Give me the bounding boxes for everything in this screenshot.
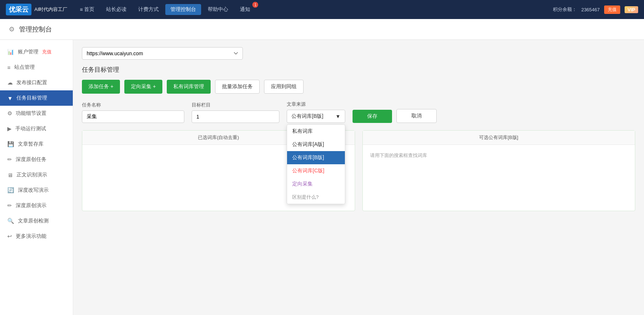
page-header: ⚙ 管理控制台 xyxy=(0,19,644,40)
task-form-row: 任务名称 目标栏目 文章来源 公有词库[B版] ▼ 私有词库 公有词库[A版] … xyxy=(82,101,635,123)
sidebar-item-rewrite-demo[interactable]: 🔄 深度改写演示 xyxy=(0,183,73,198)
sidebar-item-original[interactable]: ✏ 深度原创任务 xyxy=(0,152,73,167)
gear-icon: ⚙ xyxy=(7,110,12,117)
sidebar-item-check-demo[interactable]: 🔍 文章原创检测 xyxy=(0,213,73,229)
sidebar-label-more: 更多演示功能 xyxy=(16,233,46,240)
sidebar-item-more-demo[interactable]: ↩ 更多演示功能 xyxy=(0,229,73,244)
edit-icon: ✏ xyxy=(7,156,12,163)
filter-icon: ▼ xyxy=(7,95,13,101)
monitor-icon: 🖥 xyxy=(7,172,13,178)
save-button[interactable]: 保存 xyxy=(353,110,392,123)
sidebar-label-manual: 手动运行测试 xyxy=(15,125,46,132)
nav-must-read[interactable]: 站长必读 xyxy=(101,4,132,15)
sidebar: 📊 账户管理 充值 ≡ 站点管理 ☁ 发布接口配置 ▼ 任务目标管理 ⚙ 功能细… xyxy=(0,40,73,315)
target-col-input[interactable] xyxy=(192,110,279,123)
page-body: 📊 账户管理 充值 ≡ 站点管理 ☁ 发布接口配置 ▼ 任务目标管理 ⚙ 功能细… xyxy=(0,40,644,315)
cloud-icon: ☁ xyxy=(7,79,13,86)
available-library-panel: 可选公有词库[B版] 请用下面的搜索框查找词库 xyxy=(362,130,636,211)
logo-icon: 优采云 xyxy=(6,4,31,15)
nav-notification[interactable]: 通知 1 xyxy=(235,4,255,15)
notification-badge-count: 1 xyxy=(252,2,258,8)
dropdown-option-pubB[interactable]: 公有词库[B版] xyxy=(287,151,345,164)
available-panel-header: 可选公有词库[B版] xyxy=(363,131,635,145)
directed-collect-button[interactable]: 定向采集 + xyxy=(124,80,162,94)
nav-dashboard[interactable]: 管理控制台 xyxy=(165,4,201,15)
sidebar-item-publish[interactable]: ☁ 发布接口配置 xyxy=(0,75,73,90)
source-dropdown-menu: 私有词库 公有词库[A版] 公有词库[B版] 公有词库[C版] 定向采集 区别是… xyxy=(287,124,345,204)
sidebar-label-original-demo: 深度原创演示 xyxy=(16,202,46,209)
nav-pricing[interactable]: 计费方式 xyxy=(133,4,164,15)
section-title: 任务目标管理 xyxy=(82,65,635,74)
pen-icon: ✏ xyxy=(7,202,12,209)
sidebar-label-sites: 站点管理 xyxy=(14,64,35,71)
main-content: https://www.ucaiyun.com 任务目标管理 添加任务 + 定向… xyxy=(73,40,644,315)
play-icon: ▶ xyxy=(7,125,12,132)
refresh-icon: 🔄 xyxy=(7,187,14,194)
sidebar-item-settings[interactable]: ⚙ 功能细节设置 xyxy=(0,106,73,121)
dropdown-option-pubA[interactable]: 公有词库[A版] xyxy=(287,138,345,151)
sidebar-item-ocr-demo[interactable]: 🖥 正文识别演示 xyxy=(0,167,73,183)
save-cancel-group: 保存 取消 xyxy=(353,109,437,123)
add-task-button[interactable]: 添加任务 + xyxy=(82,80,120,94)
sidebar-item-sites[interactable]: ≡ 站点管理 xyxy=(0,60,73,75)
tagline: AI时代内容工厂 xyxy=(34,6,67,13)
action-buttons: 添加任务 + 定向采集 + 私有词库管理 批量添加任务 应用到同组 xyxy=(82,80,635,94)
logo-area: 优采云 AI时代内容工厂 xyxy=(6,4,67,15)
sidebar-label-drafts: 文章暂存库 xyxy=(18,141,44,147)
sidebar-item-tasks[interactable]: ▼ 任务目标管理 xyxy=(0,90,73,106)
source-select-wrap: 文章来源 公有词库[B版] ▼ 私有词库 公有词库[A版] 公有词库[B版] 公… xyxy=(287,101,345,123)
home-icon: ≡ xyxy=(80,7,83,12)
source-select-button[interactable]: 公有词库[B版] ▼ xyxy=(287,110,345,123)
source-selected-value: 公有词库[B版] xyxy=(291,113,323,120)
nav-items: ≡ 首页 站长必读 计费方式 管理控制台 帮助中心 通知 1 xyxy=(75,4,553,15)
apply-group-button[interactable]: 应用到同组 xyxy=(264,80,304,94)
dropdown-option-private[interactable]: 私有词库 xyxy=(287,125,345,138)
target-col-label: 目标栏目 xyxy=(192,102,279,108)
more-icon: ↩ xyxy=(7,233,12,240)
panels-row: 已选词库(自动去重) 可选公有词库[B版] 请用下面的搜索框查找词库 xyxy=(82,130,635,211)
task-name-label: 任务名称 xyxy=(82,102,184,108)
settings-icon: ⚙ xyxy=(9,25,15,33)
page-title: 管理控制台 xyxy=(19,25,52,34)
sidebar-label-rewrite: 深度改写演示 xyxy=(18,187,49,194)
cancel-button[interactable]: 取消 xyxy=(396,109,437,123)
list-icon: ≡ xyxy=(7,64,11,71)
available-panel-hint: 请用下面的搜索框查找词库 xyxy=(367,149,631,162)
url-select-wrap: https://www.ucaiyun.com xyxy=(82,47,635,60)
points-label: 积分余额： xyxy=(553,6,577,13)
points-value: 2365467 xyxy=(581,7,600,12)
top-right-area: 积分余额： 2365467 充值 VIP xyxy=(553,5,638,14)
sidebar-label-account: 账户管理 xyxy=(18,49,38,55)
available-panel-body: 请用下面的搜索框查找词库 xyxy=(363,145,635,211)
sidebar-label-ocr: 正文识别演示 xyxy=(16,172,47,178)
chart-icon: 📊 xyxy=(7,49,14,55)
database-icon: 💾 xyxy=(7,141,14,147)
sidebar-label-publish: 发布接口配置 xyxy=(16,79,47,86)
top-nav: 优采云 AI时代内容工厂 ≡ 首页 站长必读 计费方式 管理控制台 帮助中心 通… xyxy=(0,0,644,19)
site-url-select[interactable]: https://www.ucaiyun.com xyxy=(82,47,243,60)
dropdown-option-directed[interactable]: 定向采集 xyxy=(287,177,345,191)
sidebar-item-original-demo[interactable]: ✏ 深度原创演示 xyxy=(0,198,73,213)
vip-badge: VIP xyxy=(625,6,638,13)
search-icon: 🔍 xyxy=(7,218,14,224)
sidebar-recharge-link[interactable]: 充值 xyxy=(42,49,52,55)
sidebar-label-original: 深度原创任务 xyxy=(16,156,46,163)
task-name-group: 任务名称 xyxy=(82,102,184,123)
chevron-down-icon: ▼ xyxy=(335,113,340,119)
sidebar-label-settings: 功能细节设置 xyxy=(16,110,46,117)
target-col-group: 目标栏目 xyxy=(192,102,279,123)
sidebar-label-check: 文章原创检测 xyxy=(18,218,49,224)
dropdown-option-diff[interactable]: 区别是什么? xyxy=(287,191,345,204)
recharge-button[interactable]: 充值 xyxy=(604,5,620,14)
source-label: 文章来源 xyxy=(287,101,345,108)
sidebar-label-tasks: 任务目标管理 xyxy=(16,95,47,101)
nav-home[interactable]: ≡ 首页 xyxy=(75,4,99,15)
sidebar-item-account[interactable]: 📊 账户管理 充值 xyxy=(0,44,73,60)
nav-help[interactable]: 帮助中心 xyxy=(203,4,233,15)
task-name-input[interactable] xyxy=(82,110,184,123)
batch-add-button[interactable]: 批量添加任务 xyxy=(215,80,260,94)
sidebar-item-drafts[interactable]: 💾 文章暂存库 xyxy=(0,136,73,152)
dropdown-option-pubC[interactable]: 公有词库[C版] xyxy=(287,164,345,177)
sidebar-item-manual[interactable]: ▶ 手动运行测试 xyxy=(0,121,73,136)
private-lib-button[interactable]: 私有词库管理 xyxy=(167,80,211,94)
